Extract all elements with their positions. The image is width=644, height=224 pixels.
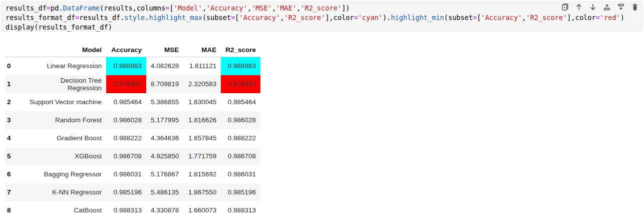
row-index: 2	[5, 93, 20, 111]
code-token: ]	[325, 14, 329, 22]
accuracy-cell: 0.986031	[106, 165, 146, 183]
column-header: Model	[20, 43, 106, 57]
table-row: 2Support Vector machine0.9854645.3868551…	[5, 93, 260, 111]
code-token: display	[6, 23, 34, 31]
r2-score-cell: 0.985464	[221, 93, 260, 111]
model-cell: Gradient Boost	[20, 129, 106, 147]
code-token: color	[575, 14, 596, 22]
code-token: DataFrame	[63, 4, 100, 12]
delete-cell-icon[interactable]	[630, 3, 639, 12]
r2-score-cell: 0.986031	[221, 165, 260, 183]
model-cell: CatBoost	[20, 201, 106, 219]
table-row: 4Gradient Boost0.9882224.3646361.6578450…	[5, 129, 260, 147]
code-token: =	[47, 4, 51, 12]
code-cell-editor[interactable]: results_df=pd.DataFrame(results,columns=…	[1, 1, 643, 32]
code-token: results_df	[6, 4, 47, 12]
code-token: style	[124, 14, 145, 22]
mae-cell: 1.771759	[183, 147, 221, 165]
move-up-icon[interactable]	[574, 3, 583, 12]
mae-cell: 1.830045	[183, 93, 221, 111]
row-index: 3	[5, 111, 20, 129]
r2-score-cell: 0.988313	[221, 201, 260, 219]
code-token: subset	[448, 14, 473, 22]
code-token: =	[354, 14, 358, 22]
table-row: 6Bagging Regressor0.9860315.1768671.8156…	[5, 165, 260, 183]
move-down-icon[interactable]	[588, 3, 597, 12]
table-row: 5XGBoost0.9867084.9258501.7717590.986708	[5, 147, 260, 165]
code-token: =	[596, 14, 600, 22]
code-token: 'Accuracy'	[239, 14, 280, 22]
code-token: results_df	[79, 14, 120, 22]
column-header: Accuracy	[106, 43, 146, 57]
r2-score-cell: 0.986708	[221, 147, 260, 165]
code-token: )	[383, 14, 387, 22]
code-token: highlight_max	[149, 14, 202, 22]
mae-cell: 1.816626	[183, 111, 221, 129]
insert-below-icon[interactable]	[616, 3, 625, 12]
accuracy-cell: 0.986028	[106, 111, 146, 129]
mae-cell: 1.660073	[183, 201, 221, 219]
code-token: ])	[342, 4, 350, 12]
model-cell: Support Vector machine	[20, 93, 106, 111]
code-token: 'R2_score'	[526, 14, 567, 22]
mae-cell: 1.867550	[183, 183, 221, 201]
mae-cell: 1.611121	[183, 57, 221, 75]
duplicate-cell-icon[interactable]	[560, 3, 569, 12]
model-cell: Bagging Regressor	[20, 165, 106, 183]
accuracy-cell: 0.976497	[106, 75, 146, 93]
r2-score-cell: 0.985196	[221, 183, 260, 201]
cell-toolbar	[560, 3, 639, 12]
model-cell: Random Forest	[20, 111, 106, 129]
code-token: 'red'	[600, 14, 620, 22]
code-token: ,	[202, 4, 206, 12]
code-lines: results_df=pd.DataFrame(results,columns=…	[6, 4, 638, 32]
code-token: ,	[133, 4, 137, 12]
insert-above-icon[interactable]	[602, 3, 611, 12]
row-index: 8	[5, 201, 20, 219]
code-token: (	[444, 14, 448, 22]
mae-cell: 1.657845	[183, 129, 221, 147]
table-header: ModelAccuracyMSEMAER2_score	[5, 43, 260, 57]
accuracy-cell: 0.988983	[106, 57, 146, 75]
code-token: .	[59, 4, 63, 12]
row-index: 0	[5, 57, 20, 75]
r2-score-cell: 0.986028	[221, 111, 260, 129]
accuracy-cell: 0.988313	[106, 201, 146, 219]
accuracy-cell: 0.986708	[106, 147, 146, 165]
code-token: ,	[571, 14, 575, 22]
row-index: 5	[5, 147, 20, 165]
code-token: 'MSE'	[251, 4, 272, 12]
code-token: ,	[272, 4, 276, 12]
code-token: [	[235, 14, 239, 22]
table-row: 0Linear Regression0.9889834.0826281.6111…	[5, 57, 260, 75]
code-token: columns	[137, 4, 165, 12]
code-token: ,	[522, 14, 526, 22]
mse-cell: 5.176867	[146, 165, 183, 183]
code-token: highlight_min	[391, 14, 444, 22]
r2-score-cell: 0.988222	[221, 129, 260, 147]
model-cell: K-NN Regressor	[20, 183, 106, 201]
code-token: ]	[567, 14, 571, 22]
table-row: 1Decision Tree Regression0.9764978.70981…	[5, 75, 260, 93]
table-row: 7K-NN Regressor0.9851965.4861351.8675500…	[5, 183, 260, 201]
code-token: 'Model'	[174, 4, 202, 12]
mse-cell: 4.925850	[146, 147, 183, 165]
column-header: R2_score	[221, 43, 260, 57]
model-cell: XGBoost	[20, 147, 106, 165]
row-index: 4	[5, 129, 20, 147]
code-token: [	[169, 4, 173, 12]
code-token: results	[104, 4, 132, 12]
row-index: 7	[5, 183, 20, 201]
mae-cell: 2.320583	[183, 75, 221, 93]
code-token: ,	[330, 14, 334, 22]
mse-cell: 4.364636	[146, 129, 183, 147]
table-row: 3Random Forest0.9860285.1779951.8166260.…	[5, 111, 260, 129]
code-line: results_df=pd.DataFrame(results,columns=…	[6, 4, 638, 13]
r2-score-cell: 0.976497	[221, 75, 260, 93]
row-index: 1	[5, 75, 20, 93]
code-token: pd	[51, 4, 59, 12]
column-header: MAE	[183, 43, 221, 57]
table-body: 0Linear Regression0.9889834.0826281.6111…	[5, 57, 260, 219]
index-header	[5, 43, 20, 57]
model-cell: Decision Tree Regression	[20, 75, 106, 93]
